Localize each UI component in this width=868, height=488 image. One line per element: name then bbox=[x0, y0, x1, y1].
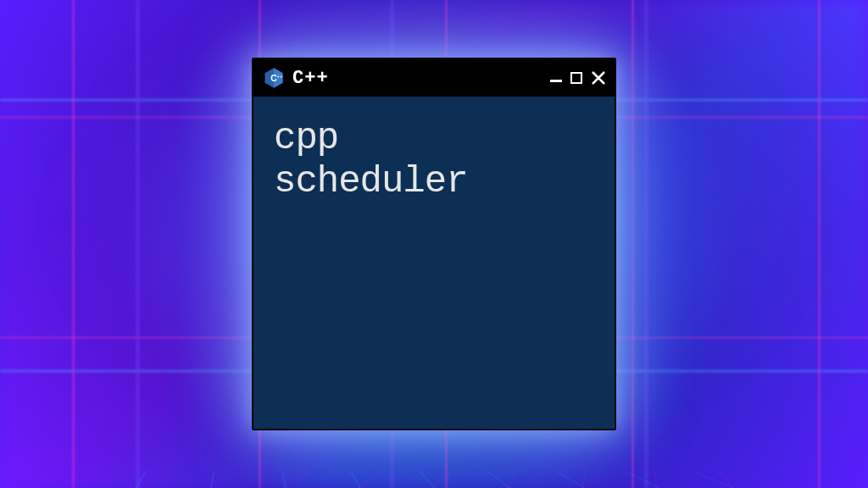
maximize-button[interactable] bbox=[570, 72, 582, 84]
terminal-frame: C + + C++ bbox=[252, 58, 616, 430]
minimize-icon bbox=[550, 80, 562, 82]
close-button[interactable] bbox=[591, 70, 606, 86]
terminal-content: cpp scheduler bbox=[274, 117, 594, 202]
window-controls bbox=[550, 70, 606, 86]
minimize-button[interactable] bbox=[550, 75, 562, 82]
terminal-body[interactable]: cpp scheduler bbox=[253, 97, 615, 429]
svg-text:C: C bbox=[270, 73, 277, 83]
cpp-logo-icon: C + + bbox=[262, 66, 286, 90]
svg-text:+: + bbox=[280, 75, 282, 79]
maximize-icon bbox=[570, 72, 582, 84]
close-icon bbox=[591, 70, 606, 86]
terminal-window: C + + C++ bbox=[252, 58, 616, 430]
titlebar[interactable]: C + + C++ bbox=[253, 59, 615, 97]
svg-text:+: + bbox=[277, 75, 280, 79]
window-title: C++ bbox=[292, 68, 543, 89]
